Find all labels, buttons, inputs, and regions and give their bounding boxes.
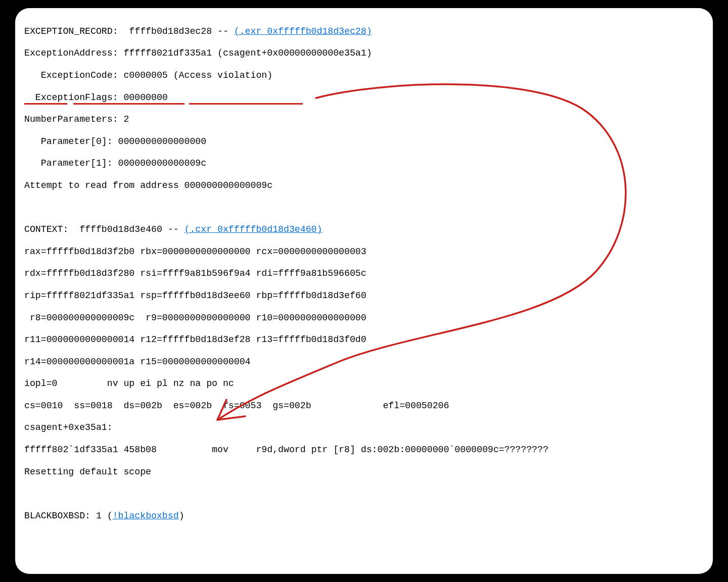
attempt-read-line: Attempt to read from address 00000000000… bbox=[24, 180, 713, 191]
csagent-line: csagent+0xe35a1: bbox=[24, 422, 713, 433]
blank-2 bbox=[24, 489, 713, 500]
context-text: CONTEXT: ffffb0d18d3e460 -- bbox=[24, 224, 185, 234]
blackboxbsd-link[interactable]: !blackboxbsd bbox=[113, 511, 179, 521]
context-line: CONTEXT: ffffb0d18d3e460 -- (.cxr 0xffff… bbox=[24, 224, 713, 235]
exr-link[interactable]: (.exr 0xfffffb0d18d3ec28) bbox=[234, 26, 372, 36]
cxr-link[interactable]: (.cxr 0xfffffb0d18d3e460) bbox=[185, 224, 323, 234]
parameter-0-line: Parameter[0]: 0000000000000000 bbox=[24, 136, 713, 148]
annotation-underline-3 bbox=[189, 103, 303, 105]
blank-3b bbox=[24, 555, 713, 566]
exception-flags-line: ExceptionFlags: 00000000 bbox=[24, 92, 713, 104]
reg-rip-line: rip=fffff8021df335a1 rsp=fffffb0d18d3ee6… bbox=[24, 290, 713, 302]
exception-record-text: EXCEPTION_RECORD: ffffb0d18d3ec28 -- bbox=[24, 26, 234, 36]
iopl-line: iopl=0 nv up ei pl nz na po nc bbox=[24, 378, 713, 390]
reset-scope-line: Resetting default scope bbox=[24, 467, 713, 478]
reg-rdx-line: rdx=fffffb0d18d3f280 rsi=ffff9a81b596f9a… bbox=[24, 268, 713, 279]
instruction-line: fffff802`1df335a1 458b08 mov r9d,dword p… bbox=[24, 445, 713, 456]
exception-record-line: EXCEPTION_RECORD: ffffb0d18d3ec28 -- (.e… bbox=[24, 26, 713, 37]
blank-1 bbox=[24, 203, 713, 214]
annotation-underline-2 bbox=[73, 103, 185, 105]
blackboxbsd-line: BLACKBOXBSD: 1 (!blackboxbsd) bbox=[24, 511, 713, 522]
segments-line: cs=0010 ss=0018 ds=002b es=002b fs=0053 … bbox=[24, 401, 713, 412]
parameter-1-line: Parameter[1]: 000000000000009c bbox=[24, 158, 713, 169]
close-paren-1: ) bbox=[179, 511, 185, 521]
number-parameters-line: NumberParameters: 2 bbox=[24, 114, 713, 125]
reg-rax-line: rax=fffffb0d18d3f2b0 rbx=000000000000000… bbox=[24, 247, 713, 258]
reg-r14-line: r14=000000000000001a r15=000000000000000… bbox=[24, 357, 713, 368]
annotation-underline-1 bbox=[24, 103, 67, 105]
debugger-output-panel: EXCEPTION_RECORD: ffffb0d18d3ec28 -- (.e… bbox=[15, 8, 713, 574]
exception-code-line: ExceptionCode: c0000005 (Access violatio… bbox=[24, 70, 713, 81]
exception-address-line: ExceptionAddress: fffff8021df335a1 (csag… bbox=[24, 48, 713, 59]
reg-r11-line: r11=0000000000000014 r12=fffffb0d18d3ef2… bbox=[24, 334, 713, 346]
blackboxbsd-label: BLACKBOXBSD: 1 ( bbox=[24, 511, 113, 521]
reg-r8-line: r8=000000000000009c r9=0000000000000000 … bbox=[24, 313, 713, 324]
blank-3 bbox=[24, 532, 713, 544]
